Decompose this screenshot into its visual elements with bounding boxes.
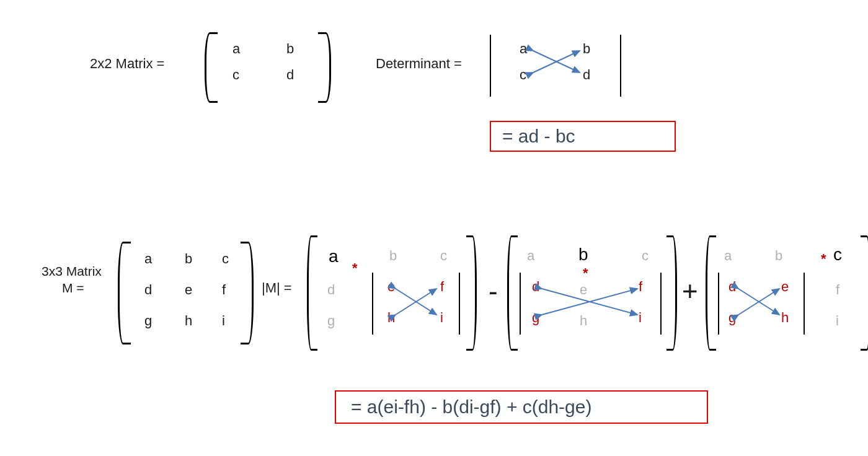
cofA-paren-r bbox=[466, 235, 477, 351]
label-determinant: Determinant = bbox=[376, 56, 462, 72]
detbar-right bbox=[620, 35, 621, 97]
cofC-bar-l bbox=[718, 273, 719, 335]
svg-line-1 bbox=[533, 51, 580, 72]
result-2x2: = ad - bc bbox=[490, 121, 676, 152]
cofC-paren-l bbox=[706, 235, 716, 351]
cofA-c: c bbox=[440, 248, 447, 264]
cofA-h: h bbox=[388, 310, 395, 326]
op-minus: - bbox=[489, 276, 498, 307]
cofC-star: * bbox=[821, 251, 826, 267]
cofB-bar-l bbox=[520, 273, 521, 335]
label-3x3-matrix-a: 3x3 Matrix bbox=[42, 263, 102, 279]
cofB-i: i bbox=[639, 310, 642, 326]
cofB-e: e bbox=[580, 282, 587, 298]
cofB-h: h bbox=[580, 313, 587, 329]
svg-line-7 bbox=[738, 289, 779, 315]
cofA-g: g bbox=[327, 313, 335, 329]
cofA-b: b bbox=[389, 248, 397, 264]
cofB-g: g bbox=[532, 310, 539, 326]
cofB-star: * bbox=[583, 265, 588, 281]
paren-2x2-right bbox=[318, 32, 331, 103]
m3-e: e bbox=[185, 282, 192, 298]
cofA-f: f bbox=[440, 279, 444, 295]
cofA-a: a bbox=[329, 247, 339, 266]
svg-line-2 bbox=[396, 289, 436, 315]
cofA-star: * bbox=[352, 260, 358, 276]
m3-g: g bbox=[144, 313, 152, 329]
cofB-b: b bbox=[578, 245, 588, 265]
m3-f: f bbox=[222, 282, 226, 298]
cofB-paren-l bbox=[507, 235, 518, 351]
cofC-a: a bbox=[724, 248, 732, 264]
cofA-bar-l bbox=[372, 273, 373, 335]
cofB-arrows bbox=[538, 284, 647, 321]
cofC-ee: e bbox=[781, 279, 789, 295]
cofC-i: i bbox=[836, 313, 839, 329]
det-d: d bbox=[583, 67, 590, 83]
cofB-a: a bbox=[527, 248, 534, 264]
cofB-c: c bbox=[642, 248, 649, 264]
det-b: b bbox=[583, 41, 590, 57]
det-c: c bbox=[520, 67, 526, 83]
cofC-f: f bbox=[836, 282, 839, 298]
detbar-left bbox=[490, 35, 491, 97]
svg-line-3 bbox=[396, 289, 436, 315]
svg-line-0 bbox=[533, 51, 580, 72]
svg-line-6 bbox=[738, 289, 779, 315]
m3-b: b bbox=[185, 251, 192, 267]
m3-h: h bbox=[185, 313, 192, 329]
cofA-e: e bbox=[388, 279, 395, 295]
result-3x3: = a(ei-fh) - b(di-gf) + c(dh-ge) bbox=[335, 390, 708, 424]
m2-a: a bbox=[232, 41, 240, 57]
cofB-paren-r bbox=[666, 235, 677, 351]
label-3x3-matrix-b: M = bbox=[62, 280, 84, 296]
label-2x2-matrix: 2x2 Matrix = bbox=[90, 56, 164, 72]
cofC-gg: g bbox=[728, 310, 736, 326]
m2-b: b bbox=[286, 41, 294, 57]
m3-d: d bbox=[144, 282, 152, 298]
cross-arrows-2x2 bbox=[527, 45, 589, 79]
m3-i: i bbox=[222, 313, 225, 329]
svg-line-5 bbox=[542, 289, 637, 315]
paren-3x3-right bbox=[241, 242, 254, 344]
op-plus: + bbox=[682, 276, 698, 307]
cofC-paren-r bbox=[861, 235, 868, 351]
cofC-b: b bbox=[775, 248, 782, 264]
m2-c: c bbox=[232, 67, 239, 83]
cofA-paren-l bbox=[307, 235, 317, 351]
m2-d: d bbox=[286, 67, 294, 83]
det-a: a bbox=[520, 41, 527, 57]
paren-3x3-left bbox=[118, 242, 131, 344]
cofA-d: d bbox=[327, 282, 335, 298]
cofC-hh: h bbox=[781, 310, 789, 326]
cofB-bar-r bbox=[660, 273, 662, 335]
cofC-d: d bbox=[728, 279, 736, 295]
cofB-d: d bbox=[532, 279, 539, 295]
m3-c: c bbox=[222, 251, 229, 267]
cofA-bar-r bbox=[459, 273, 460, 335]
cofA-arrows bbox=[392, 284, 448, 321]
svg-line-4 bbox=[542, 289, 637, 315]
paren-2x2-left bbox=[205, 32, 218, 103]
cofA-i: i bbox=[440, 310, 443, 326]
cofC-bar-r bbox=[804, 273, 805, 335]
cofB-f: f bbox=[639, 279, 642, 295]
m3-a: a bbox=[144, 251, 152, 267]
cofC-c: c bbox=[833, 245, 842, 265]
label-mdet: |M| = bbox=[262, 280, 292, 296]
